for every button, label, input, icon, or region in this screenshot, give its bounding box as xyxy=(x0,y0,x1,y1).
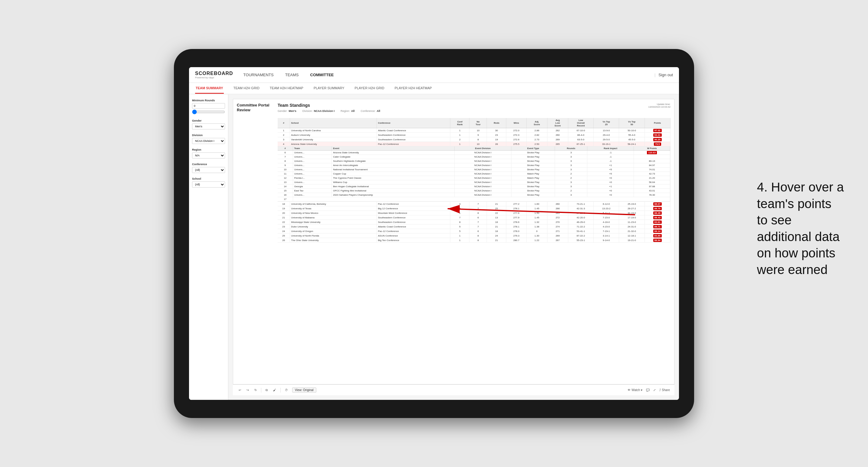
share-icon: ⤴ xyxy=(659,388,661,392)
col-points: Points xyxy=(645,118,670,128)
table-row[interactable]: 26 The Ohio State University Big Ten Con… xyxy=(278,238,671,243)
table-row[interactable]: 22 Mississippi State University Southeas… xyxy=(278,220,671,224)
points-value[interactable]: 88.71 xyxy=(653,225,662,228)
standings-title: Team Standings Gender: Men's Division: xyxy=(278,103,380,115)
sidebar-division-label: Division xyxy=(192,134,225,137)
points-value[interactable]: 88.70 xyxy=(653,207,662,210)
report-left-col: Committee Portal Review xyxy=(237,103,273,243)
sidebar-minimum-rounds: Minimum Rounds xyxy=(192,99,225,115)
eye-icon: 👁 xyxy=(627,388,630,392)
col-no-tour: NoTour xyxy=(469,118,487,128)
subnav-player-h2h-grid[interactable]: PLAYER H2H GRID xyxy=(354,83,385,94)
nav-teams[interactable]: TEAMS xyxy=(284,72,300,77)
subnav-team-h2h-heatmap[interactable]: TEAM H2H HEATMAP xyxy=(269,83,304,94)
table-row[interactable]: 2 Auburn University Southeastern Confere… xyxy=(278,133,671,137)
points-value[interactable]: 97.02 xyxy=(653,129,662,132)
points-value[interactable]: 90.20 xyxy=(653,138,662,141)
report-container: Committee Portal Review Team Standings G… xyxy=(233,99,675,384)
points-value[interactable]: 93.31 xyxy=(653,133,662,137)
clock-button[interactable]: ⏱ xyxy=(284,388,289,392)
points-value[interactable]: 88.49 xyxy=(653,211,662,215)
table-row[interactable]: 20 University of New Mexico Mountain Wes… xyxy=(278,211,671,215)
subnav-team-summary[interactable]: TEAM SUMMARY xyxy=(195,83,224,94)
share-button[interactable]: ⤴ Share xyxy=(659,388,670,392)
subnav-team-h2h-grid[interactable]: TEAM H2H GRID xyxy=(233,83,260,94)
points-value[interactable]: 88.43 xyxy=(653,216,662,219)
logo-sub: Powered by clippi xyxy=(195,76,233,79)
sidebar: Minimum Rounds Gender Men's Women's Divi… xyxy=(189,94,228,400)
tablet-frame: SCOREBOARD Powered by clippi TOURNAMENTS… xyxy=(174,49,694,418)
list-item: 8 Univers... Southern Highlands Collegia… xyxy=(278,159,670,163)
expand-button[interactable]: ⤢ xyxy=(653,388,656,392)
table-row[interactable]: 3 Vanderbilt University Southeastern Con… xyxy=(278,137,671,142)
col-vs50: Vs Top50 xyxy=(619,118,645,128)
sidebar-conference-select[interactable]: (All) xyxy=(192,167,225,173)
comment-button[interactable]: 💬 xyxy=(646,388,650,392)
nav-committee[interactable]: COMMITTEE xyxy=(309,72,335,77)
table-row[interactable]: 1 University of North Carolina Atlantic … xyxy=(278,128,671,133)
col-conf-rank: ConfRank xyxy=(450,118,469,128)
expanded-data-row: # Team Event Event Division Event Type R… xyxy=(278,146,671,202)
points-value[interactable]: 88.14 xyxy=(653,229,662,233)
copy-button[interactable]: ⧉ xyxy=(264,388,269,393)
report-area: Committee Portal Review Team Standings G… xyxy=(228,94,679,400)
sidebar-gender-label: Gender xyxy=(192,119,225,122)
tablet-screen: SCOREBOARD Powered by clippi TOURNAMENTS… xyxy=(189,67,679,400)
points-value[interactable]: 83.89 xyxy=(653,234,662,238)
sidebar-division-select[interactable]: NCAA Division I NCAA Division II NCAA Di… xyxy=(192,138,225,144)
list-item: 9 Univers... Amer An Intercollegiate NCA… xyxy=(278,163,670,167)
sidebar-school-select[interactable]: (All) xyxy=(192,182,225,188)
col-rank: # xyxy=(278,118,290,128)
sidebar-school-label: School xyxy=(192,177,225,180)
nav-divider: | xyxy=(654,72,655,77)
sidebar-region-label: Region xyxy=(192,148,225,151)
table-row[interactable]: 24 University of Oregon Pac-12 Conferenc… xyxy=(278,229,671,234)
points-value[interactable]: 88.94 xyxy=(653,239,662,242)
points-value[interactable]: 83.81 xyxy=(653,220,662,224)
top-nav: SCOREBOARD Powered by clippi TOURNAMENTS… xyxy=(189,67,679,83)
table-row-highlighted[interactable]: 4 Arizona State University Pac-12 Confer… xyxy=(278,142,671,146)
table-row[interactable]: 21 University of Alabama Southeastern Co… xyxy=(278,215,671,220)
table-row[interactable]: 19 University of Texas Big 12 Conference… xyxy=(278,206,671,211)
list-item: 14 Georgia Ben Hogan Collegiate Invitati… xyxy=(278,185,670,189)
points-value[interactable]: 88.07 xyxy=(653,203,662,206)
main-content: Minimum Rounds Gender Men's Women's Divi… xyxy=(189,94,679,400)
refresh-button[interactable]: ↻ xyxy=(253,388,258,392)
col-conference: Conference xyxy=(376,118,450,128)
table-row[interactable]: 23 Duke University Atlantic Coast Confer… xyxy=(278,224,671,229)
redo-button[interactable]: ↪ xyxy=(245,388,250,392)
sidebar-region-select[interactable]: N/A xyxy=(192,152,225,158)
points-value-highlighted[interactable]: 79.5 xyxy=(654,143,661,146)
watch-button[interactable]: 👁 Watch ▾ xyxy=(627,388,642,392)
report-header: Team Standings Gender: Men's Division: xyxy=(278,103,671,115)
paint-button[interactable]: 🖌 xyxy=(272,388,277,392)
col-adj-score: Adj.Score xyxy=(527,118,548,128)
sub-nav: TEAM SUMMARY TEAM H2H GRID TEAM H2H HEAT… xyxy=(189,83,679,94)
logo-area: SCOREBOARD Powered by clippi xyxy=(195,71,233,79)
list-item: 11 Univers... Copper Cup NCAA Division I… xyxy=(278,172,670,176)
nav-tournaments[interactable]: TOURNAMENTS xyxy=(242,72,275,77)
logo-title: SCOREBOARD xyxy=(195,71,233,76)
list-item: 13 Univers... Williams Cup NCAA Division… xyxy=(278,180,670,185)
col-wins: Wins xyxy=(506,118,527,128)
filter-division: Division: NCAA Division I xyxy=(303,110,335,113)
table-row[interactable]: 25 University of North Florida ASUN Conf… xyxy=(278,234,671,238)
report-two-col: Committee Portal Review Team Standings G… xyxy=(237,103,671,243)
sidebar-minimum-rounds-input[interactable] xyxy=(192,103,225,108)
nav-links: TOURNAMENTS TEAMS COMMITTEE xyxy=(242,72,654,77)
undo-button[interactable]: ↩ xyxy=(238,388,242,392)
list-item: 16 Univers... 2023 Sahalee Players Champ… xyxy=(278,193,670,197)
table-row[interactable]: 18 University of California, Berkeley Pa… xyxy=(278,202,671,206)
toolbar-right: 👁 Watch ▾ 💬 ⤢ ⤴ Share xyxy=(627,388,670,392)
chevron-down-icon: ▾ xyxy=(641,388,642,392)
minimum-rounds-slider[interactable] xyxy=(192,110,225,114)
report-update-time: Update time: 13/03/2024 10:03:42 xyxy=(648,103,671,108)
subnav-player-h2h-heatmap[interactable]: PLAYER H2H HEATMAP xyxy=(394,83,433,94)
list-item: 6 Univers... Arizona State University NC… xyxy=(278,151,670,155)
sidebar-gender-select[interactable]: Men's Women's xyxy=(192,123,225,129)
view-original-button[interactable]: View: Original xyxy=(292,387,316,393)
sign-out-link[interactable]: Sign out xyxy=(658,72,673,77)
sidebar-gender: Gender Men's Women's xyxy=(192,119,225,129)
bottom-toolbar: ↩ ↪ ↻ ⧉ 🖌 ⏱ View: Original 👁 Watch ▾ xyxy=(233,384,675,395)
subnav-player-summary[interactable]: PLAYER SUMMARY xyxy=(313,83,345,94)
